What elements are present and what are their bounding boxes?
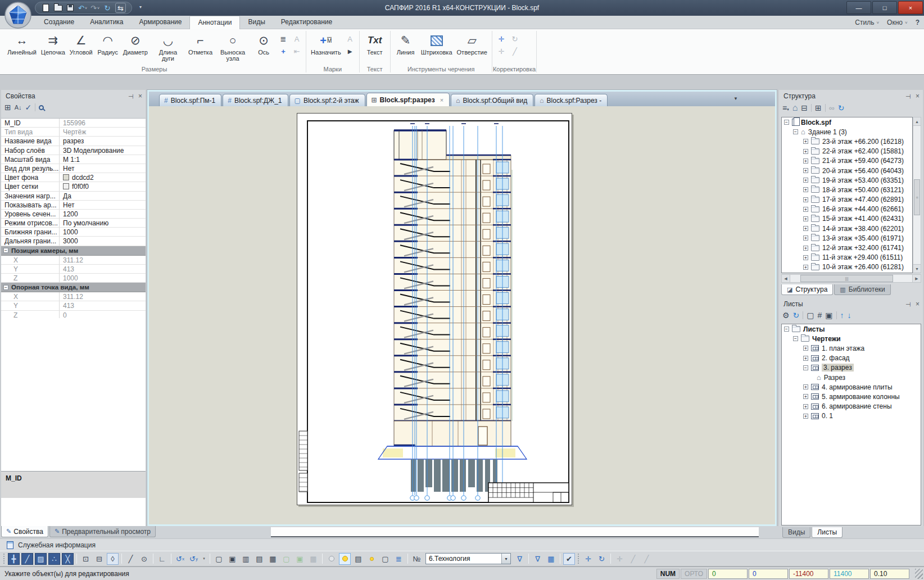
tree-item-floor[interactable]: +16-й этаж +44.400 (62661) bbox=[782, 205, 912, 214]
sheet-settings-icon[interactable]: ⚙ bbox=[782, 311, 790, 320]
menu-Стиль[interactable]: Стиль˅ bbox=[855, 19, 879, 26]
num-lock-indicator[interactable]: NUM bbox=[656, 569, 680, 579]
scroll-up-icon[interactable]: ▲ bbox=[913, 117, 921, 126]
toolbar-grip[interactable] bbox=[3, 554, 5, 564]
expand-icon[interactable]: + bbox=[803, 139, 808, 144]
pin-icon[interactable]: ⊤ bbox=[905, 93, 912, 99]
expand-icon[interactable]: + bbox=[803, 226, 808, 231]
property-row[interactable]: Набор слоёв 3D Моделирование bbox=[1, 146, 146, 155]
tree-item-folder[interactable]: −Чертежи bbox=[782, 334, 921, 343]
redo-icon[interactable]: ↷˅ bbox=[90, 3, 99, 13]
menu-tab[interactable]: Армирование bbox=[132, 16, 190, 29]
scroll-down-icon[interactable]: ▼ bbox=[913, 264, 921, 273]
move-copy-icon[interactable]: ✛ bbox=[614, 553, 626, 565]
rotate-y-icon[interactable]: ↺y bbox=[188, 553, 200, 565]
filter-table-icon[interactable]: ▦ bbox=[545, 553, 557, 565]
tab-overflow-icon[interactable]: ▼ bbox=[733, 96, 738, 101]
coordinate-field[interactable]: 0.10 bbox=[870, 569, 909, 579]
pin-icon[interactable]: ⊤ bbox=[128, 93, 135, 99]
binoculars-icon[interactable]: ∞ bbox=[829, 103, 835, 112]
tree-item-sheet[interactable]: + 4. армирование плиты bbox=[782, 382, 921, 392]
expand-icon[interactable]: + bbox=[803, 187, 808, 192]
property-row[interactable]: Режим отрисов... По умолчанию bbox=[1, 219, 146, 228]
bulb-small-icon[interactable] bbox=[366, 553, 378, 565]
app-logo-icon[interactable] bbox=[4, 1, 32, 29]
tree-item-building[interactable]: −⌂Здание 1 (3) bbox=[782, 127, 912, 137]
draw-line-icon[interactable]: ╱ bbox=[125, 553, 137, 565]
coordinate-field[interactable]: -11400 bbox=[789, 569, 828, 579]
close-icon[interactable]: × bbox=[138, 92, 142, 100]
document-tab[interactable]: ⌂ Block.spf:Общий вид bbox=[451, 94, 533, 106]
menu-tab[interactable]: Создание bbox=[36, 16, 82, 29]
bulb-off-icon[interactable] bbox=[325, 553, 337, 565]
ortho-corner-icon[interactable]: ∟ bbox=[156, 553, 168, 565]
help-button[interactable]: ? bbox=[916, 19, 920, 26]
tree-item-floor[interactable]: +18-й этаж +50.400 (63121) bbox=[782, 185, 912, 194]
properties-dock-tab[interactable]: ✎Предварительный просмотр bbox=[49, 526, 156, 537]
snap-node-icon[interactable]: ∴ bbox=[48, 553, 60, 565]
auto-dim-icon[interactable]: A bbox=[291, 33, 303, 44]
close-tab-icon[interactable]: × bbox=[440, 97, 443, 103]
trim-icon[interactable]: ╱ bbox=[509, 46, 521, 57]
scroll-thumb[interactable]: ||| bbox=[800, 275, 893, 282]
property-row[interactable]: Вид для резуль... Нет bbox=[1, 164, 146, 173]
rotate-icon[interactable]: ↻ bbox=[596, 553, 608, 565]
layer-visibility-icon[interactable]: ▤ bbox=[352, 553, 364, 565]
move-down-icon[interactable]: ↓ bbox=[848, 311, 851, 320]
tree-item-floor[interactable]: +19-й этаж +53.400 (63351) bbox=[782, 175, 912, 185]
document-tab[interactable]: ⊞ Block.spf:разрез× bbox=[366, 93, 450, 106]
property-group-header[interactable]: −Позиция камеры, мм bbox=[1, 246, 146, 256]
move-up-icon[interactable]: ↑ bbox=[840, 311, 844, 320]
expand-icon[interactable]: + bbox=[803, 384, 808, 389]
expand-icon[interactable]: + bbox=[803, 404, 808, 409]
expand-icon[interactable]: + bbox=[803, 216, 808, 221]
expand-icon[interactable]: + bbox=[803, 414, 808, 419]
tree-item-floor[interactable]: +21-й этаж +59.400 (64273) bbox=[782, 156, 912, 166]
view-grid-icon[interactable]: ▦ bbox=[307, 553, 319, 565]
property-row[interactable]: Ближняя грани... 1000 bbox=[1, 228, 146, 237]
close-button[interactable]: × bbox=[898, 1, 923, 14]
rotate-x-icon[interactable]: ↺x bbox=[174, 553, 186, 565]
snap-grid-icon[interactable]: ╋ bbox=[8, 553, 20, 565]
property-row[interactable]: Y 413 bbox=[1, 265, 146, 274]
new-sheet-icon[interactable]: ▢ bbox=[807, 311, 814, 320]
document-tab[interactable]: # Block.spf:ДЖ_1 bbox=[223, 94, 288, 106]
tree-item-sheet[interactable]: + 1. план этажа bbox=[782, 343, 921, 353]
ribbon-button[interactable]: ↔Линейный bbox=[6, 31, 38, 56]
menu-tab[interactable]: Виды bbox=[240, 16, 273, 29]
expand-icon[interactable]: + bbox=[803, 197, 808, 202]
tree-item-view[interactable]: ⌂Разрез bbox=[782, 373, 921, 382]
expand-icon[interactable]: + bbox=[803, 158, 808, 164]
tree-item-floor[interactable]: +20-й этаж +56.400 (64043) bbox=[782, 166, 912, 175]
add-grid-icon[interactable]: ⊞ bbox=[815, 103, 822, 112]
tree-item-floor[interactable]: +11-й этаж +29.400 (61511) bbox=[782, 253, 912, 262]
property-row[interactable]: Цвет фона dcdcd2 bbox=[1, 173, 146, 182]
new-file-icon[interactable] bbox=[41, 3, 50, 13]
coordinate-field[interactable]: 0 bbox=[708, 569, 748, 579]
view-wireframe-icon[interactable]: ▢ bbox=[213, 553, 225, 565]
expand-icon[interactable]: + bbox=[803, 178, 808, 183]
property-row[interactable]: Z 1000 bbox=[1, 274, 146, 283]
properties-dock-tab[interactable]: ✎Свойства bbox=[1, 526, 48, 537]
tree-item-root[interactable]: −Block.spf bbox=[782, 117, 912, 127]
ribbon-button[interactable]: Штриховка bbox=[419, 31, 454, 56]
property-row[interactable]: Тип вида Чертёж bbox=[1, 128, 146, 137]
collapse-icon[interactable]: − bbox=[803, 365, 808, 370]
menu-tab[interactable]: Аннотации bbox=[189, 16, 240, 29]
property-row[interactable]: Название вида разрез bbox=[1, 137, 146, 146]
maximize-button[interactable]: □ bbox=[872, 1, 897, 14]
ribbon-button[interactable]: ⊘Диаметр bbox=[121, 31, 150, 56]
expand-icon[interactable]: + bbox=[803, 346, 808, 351]
array-icon[interactable]: ╱ bbox=[641, 553, 653, 565]
tree-item-sheet[interactable]: + 0. 1 bbox=[782, 411, 921, 421]
filter-icon[interactable]: ∇ bbox=[514, 553, 526, 565]
dock-tab[interactable]: Виды bbox=[782, 527, 810, 538]
expand-icon[interactable]: + bbox=[803, 394, 808, 399]
building-icon[interactable]: ⌂ bbox=[792, 103, 798, 113]
scroll-right-icon[interactable]: ▶ bbox=[912, 275, 921, 282]
property-row[interactable]: M_ID 155996 bbox=[1, 119, 146, 128]
replace-icon[interactable]: ↻ bbox=[509, 33, 521, 44]
move-icon[interactable]: ✛ bbox=[582, 553, 594, 565]
collapse-icon[interactable]: − bbox=[3, 285, 8, 290]
tree-item-sheets-root[interactable]: −Листы bbox=[782, 324, 921, 334]
